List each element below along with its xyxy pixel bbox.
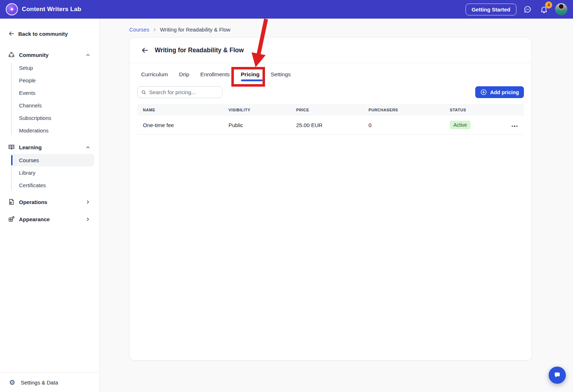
appearance-icon [8, 216, 15, 223]
admin-sidebar: Back to community Community Se [0, 19, 100, 392]
pricing-table-header: NAME VISIBILITY PRICE PURCHASERS STATUS [137, 104, 524, 116]
messages-button[interactable] [523, 5, 532, 14]
sidebar-item-certificates[interactable]: Certificates [11, 179, 94, 192]
appearance-section-label: Appearance [19, 216, 50, 222]
community-name: Content Writers Lab [22, 6, 81, 13]
notifications-button[interactable]: 4 [539, 5, 549, 14]
chevron-right-icon [85, 217, 91, 222]
plus-circle-icon [480, 89, 487, 96]
notification-count-badge: 4 [545, 1, 552, 9]
sparkle-icon: ✦ [9, 6, 14, 13]
sidebar-item-subscriptions[interactable]: Subscriptions [11, 112, 94, 124]
course-card: Writing for Readability & Flow Curriculu… [129, 37, 532, 360]
getting-started-button[interactable]: Getting Started [466, 4, 516, 15]
pricing-search [137, 86, 222, 98]
operations-section-label: Operations [19, 199, 47, 205]
sidebar-item-events[interactable]: Events [11, 87, 94, 99]
pricing-table-row[interactable]: One-time fee Public 25.00 EUR 0 Active [137, 116, 524, 135]
pricing-toolbar: Add pricing [130, 86, 531, 98]
sidebar-section-learning[interactable]: Learning [4, 140, 95, 154]
tab-enrollments[interactable]: Enrollments [200, 71, 230, 78]
add-pricing-button[interactable]: Add pricing [475, 86, 524, 98]
row-price: 25.00 EUR [290, 122, 363, 128]
row-visibility: Public [223, 122, 290, 128]
chat-bubble-icon [523, 5, 532, 14]
gear-icon: ⚙ [9, 379, 16, 386]
sidebar-item-setup[interactable]: Setup [11, 62, 94, 74]
user-avatar[interactable] [555, 3, 567, 15]
arrow-left-icon [141, 47, 149, 54]
search-icon [141, 89, 146, 95]
community-logo[interactable]: ✦ [6, 3, 18, 15]
community-section-items: Setup People Events Channels Subscriptio… [11, 62, 94, 137]
operations-icon [8, 198, 15, 205]
main-content: Courses Writing for Readability & Flow W… [100, 19, 573, 392]
learning-book-icon [8, 144, 15, 151]
column-header-name: NAME [137, 108, 223, 112]
sidebar-section-operations[interactable]: Operations [4, 195, 95, 209]
breadcrumb-chevron-icon [152, 27, 157, 32]
sidebar-section-appearance[interactable]: Appearance [4, 212, 95, 226]
back-to-community-label: Back to community [18, 31, 68, 37]
support-chat-launcher[interactable] [549, 367, 566, 384]
settings-and-data-label: Settings & Data [21, 379, 58, 386]
course-card-header: Writing for Readability & Flow [130, 38, 531, 63]
sidebar-item-moderations[interactable]: Moderations [11, 124, 94, 137]
column-header-status: STATUS [444, 108, 498, 112]
sidebar-item-library[interactable]: Library [11, 166, 94, 179]
tab-curriculum[interactable]: Curriculum [141, 71, 168, 78]
community-icon [8, 51, 15, 58]
learning-section-label: Learning [19, 144, 42, 150]
sidebar-item-people[interactable]: People [11, 74, 94, 87]
settings-and-data-link[interactable]: ⚙ Settings & Data [0, 372, 99, 392]
tab-drip[interactable]: Drip [179, 71, 189, 78]
sidebar-section-community[interactable]: Community [4, 48, 95, 62]
chevron-up-icon [85, 145, 91, 150]
column-header-visibility: VISIBILITY [223, 108, 290, 112]
pricing-table: NAME VISIBILITY PRICE PURCHASERS STATUS … [137, 104, 524, 135]
tab-pricing[interactable]: Pricing [241, 71, 260, 78]
breadcrumb-courses-link[interactable]: Courses [129, 26, 149, 33]
course-tabs: Curriculum Drip Enrollments Pricing Sett… [130, 63, 531, 86]
add-pricing-label: Add pricing [490, 89, 519, 95]
chevron-right-icon [85, 199, 91, 205]
app-window: ✦ Content Writers Lab Getting Started 4 [0, 0, 573, 392]
row-purchasers: 0 [363, 122, 444, 128]
tab-settings[interactable]: Settings [271, 71, 291, 78]
breadcrumb-current: Writing for Readability & Flow [160, 26, 230, 33]
chat-launcher-icon [553, 371, 562, 379]
course-back-button[interactable] [141, 46, 149, 54]
top-bar: ✦ Content Writers Lab Getting Started 4 [0, 0, 573, 19]
learning-section-items: Courses Library Certificates [11, 154, 94, 192]
column-header-purchasers: PURCHASERS [363, 108, 444, 112]
breadcrumb: Courses Writing for Readability & Flow [100, 19, 573, 33]
back-to-community-link[interactable]: Back to community [4, 27, 95, 40]
status-badge: Active [450, 121, 471, 129]
community-section-label: Community [19, 52, 49, 58]
chevron-up-icon [85, 52, 91, 58]
row-name: One-time fee [137, 122, 223, 128]
course-title: Writing for Readability & Flow [155, 47, 244, 54]
pricing-search-input[interactable] [149, 89, 218, 95]
column-header-price: PRICE [290, 108, 363, 112]
sidebar-item-channels[interactable]: Channels [11, 99, 94, 112]
arrow-left-icon [8, 30, 15, 37]
sidebar-item-courses[interactable]: Courses [11, 154, 94, 166]
row-actions-menu-button[interactable] [511, 124, 519, 129]
